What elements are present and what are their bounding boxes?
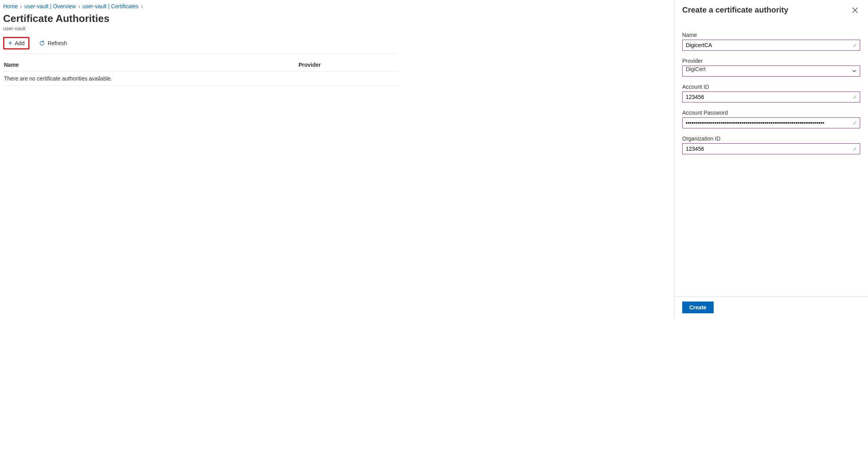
page-title: Certificate Authorities: [3, 13, 397, 25]
breadcrumb: Home › user-vault | Overview › user-vaul…: [3, 0, 397, 11]
chevron-right-icon: ›: [78, 3, 80, 9]
main-pane: Home › user-vault | Overview › user-vaul…: [0, 0, 397, 319]
refresh-icon: [39, 40, 45, 46]
ca-table: Name Provider There are no certificate a…: [3, 58, 397, 86]
refresh-button[interactable]: Refresh: [35, 37, 71, 49]
page-subtitle: user-vault: [3, 26, 397, 31]
refresh-button-label: Refresh: [48, 40, 67, 46]
plus-icon: +: [8, 40, 13, 47]
column-header-provider[interactable]: Provider: [298, 62, 397, 68]
column-header-name[interactable]: Name: [4, 62, 298, 68]
table-header-row: Name Provider: [3, 58, 397, 71]
breadcrumb-link-overview[interactable]: user-vault | Overview: [24, 3, 76, 9]
breadcrumb-link-certificates[interactable]: user-vault | Certificates: [82, 3, 139, 9]
chevron-right-icon: ›: [141, 3, 143, 9]
breadcrumb-link-home[interactable]: Home: [3, 3, 18, 9]
add-button[interactable]: + Add: [3, 37, 29, 49]
chevron-right-icon: ›: [20, 3, 22, 9]
add-button-label: Add: [15, 40, 25, 46]
toolbar: + Add Refresh: [3, 37, 397, 54]
table-empty-row: There are no certificate authorities ava…: [3, 71, 397, 86]
